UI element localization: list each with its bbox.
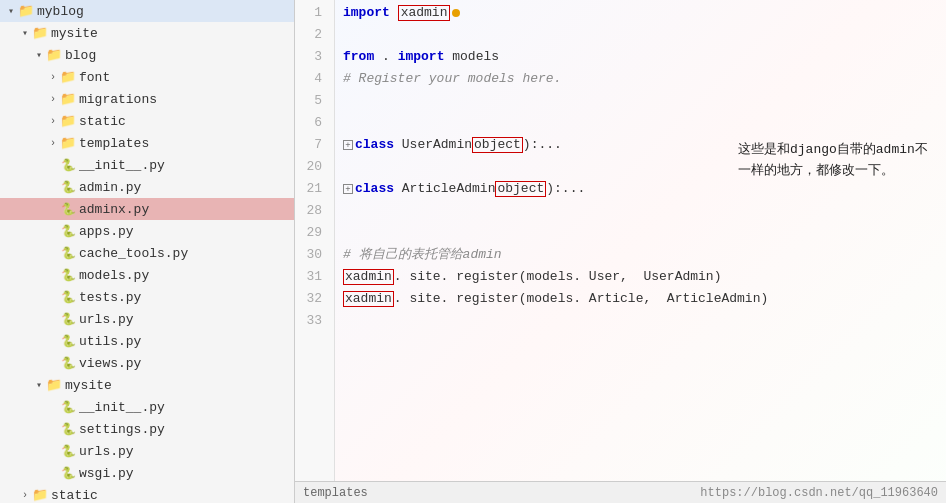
keyword-import2: import — [398, 46, 445, 68]
highlighted-xadmin2: xadmin — [343, 269, 394, 285]
line-number: 6 — [295, 112, 328, 134]
tree-item-myblog[interactable]: ▾ 📁 myblog — [0, 0, 294, 22]
tree-item-wsgi[interactable]: › 🐍 wsgi.py — [0, 462, 294, 484]
tree-item-mysite[interactable]: ▾ 📁 mysite — [0, 22, 294, 44]
file-icon: 🐍 — [60, 223, 76, 239]
item-label: urls.py — [79, 444, 134, 459]
item-label: wsgi.py — [79, 466, 134, 481]
code-line-2 — [343, 24, 946, 46]
folder-icon: 📁 — [60, 91, 76, 107]
tree-item-blog[interactable]: ▾ 📁 blog — [0, 44, 294, 66]
file-icon: 🐍 — [60, 179, 76, 195]
tree-item-static[interactable]: › 📁 static — [0, 110, 294, 132]
tree-item-templates[interactable]: › 📁 templates — [0, 132, 294, 154]
item-label: urls.py — [79, 312, 134, 327]
file-icon: 🐍 — [60, 245, 76, 261]
file-icon: 🐍 — [60, 157, 76, 173]
tree-item-cache-tools[interactable]: › 🐍 cache_tools.py — [0, 242, 294, 264]
tree-item-apps[interactable]: › 🐍 apps.py — [0, 220, 294, 242]
code-line-4: # Register your models here. — [343, 68, 946, 90]
code-line-32: xadmin . site. register(models. Article,… — [343, 288, 946, 310]
breakpoint-dot — [452, 9, 460, 17]
arrow-icon: › — [46, 116, 60, 127]
spacer: › — [46, 336, 60, 347]
spacer: › — [46, 424, 60, 435]
code-content: import xadmin from . import models # Reg… — [335, 0, 946, 503]
tree-item-views[interactable]: › 🐍 views.py — [0, 352, 294, 374]
tree-item-models[interactable]: › 🐍 models.py — [0, 264, 294, 286]
spacer: › — [46, 468, 60, 479]
file-icon: 🐍 — [60, 289, 76, 305]
arrow-icon: ▾ — [32, 49, 46, 61]
item-label: static — [51, 488, 98, 503]
tree-item-urls2[interactable]: › 🐍 urls.py — [0, 440, 294, 462]
tree-item-font[interactable]: › 📁 font — [0, 66, 294, 88]
line-number: 5 — [295, 90, 328, 112]
spacer: › — [46, 160, 60, 171]
code-line-28 — [343, 200, 946, 222]
code-text: ):... — [523, 134, 562, 156]
code-annotation: 这些是和django自带的admin不一样的地方，都修改一下。 — [738, 140, 938, 182]
file-tree[interactable]: ▾ 📁 myblog ▾ 📁 mysite ▾ 📁 blog › 📁 font … — [0, 0, 295, 503]
line-number: 2 — [295, 24, 328, 46]
tree-item-admin[interactable]: › 🐍 admin.py — [0, 176, 294, 198]
folder-icon: 📁 — [46, 377, 62, 393]
code-line-30: # 将自己的表托管给admin — [343, 244, 946, 266]
item-label: cache_tools.py — [79, 246, 188, 261]
folder-icon: 📁 — [60, 113, 76, 129]
highlighted-xadmin3: xadmin — [343, 291, 394, 307]
code-text: . site. register(models. User, UserAdmin… — [394, 266, 722, 288]
item-label: myblog — [37, 4, 84, 19]
line-number: 30 — [295, 244, 328, 266]
arrow-icon: › — [46, 138, 60, 149]
item-label: blog — [65, 48, 96, 63]
item-label: mysite — [65, 378, 112, 393]
line-number: 32 — [295, 288, 328, 310]
folder-icon: 📁 — [60, 69, 76, 85]
tree-item-settings[interactable]: › 🐍 settings.py — [0, 418, 294, 440]
expand-icon: + — [343, 184, 353, 194]
item-label: static — [79, 114, 126, 129]
file-icon: 🐍 — [60, 333, 76, 349]
tree-item-migrations[interactable]: › 📁 migrations — [0, 88, 294, 110]
comment: # Register your models here. — [343, 68, 561, 90]
code-line-3: from . import models — [343, 46, 946, 68]
file-icon: 🐍 — [60, 201, 76, 217]
tree-item-init[interactable]: › 🐍 __init__.py — [0, 154, 294, 176]
arrow-icon: ▾ — [4, 5, 18, 17]
tree-item-urls[interactable]: › 🐍 urls.py — [0, 308, 294, 330]
item-label: __init__.py — [79, 400, 165, 415]
spacer: › — [46, 358, 60, 369]
line-number: 4 — [295, 68, 328, 90]
tree-item-utils[interactable]: › 🐍 utils.py — [0, 330, 294, 352]
arrow-icon: ▾ — [32, 379, 46, 391]
spacer: › — [46, 182, 60, 193]
code-line-29 — [343, 222, 946, 244]
line-number: 33 — [295, 310, 328, 332]
highlighted-xadmin: xadmin — [398, 5, 451, 21]
keyword-import: import — [343, 2, 390, 24]
tree-item-static2[interactable]: › 📁 static — [0, 484, 294, 503]
arrow-icon: › — [46, 94, 60, 105]
line-numbers: 1 2 3 4 5 6 7 20 21 28 29 30 31 32 33 — [295, 0, 335, 503]
line-number: 7 — [295, 134, 328, 156]
line-number: 1 — [295, 2, 328, 24]
file-icon: 🐍 — [60, 399, 76, 415]
spacer: › — [46, 292, 60, 303]
expand-icon: + — [343, 140, 353, 150]
item-label: admin.py — [79, 180, 141, 195]
tree-item-mysite2[interactable]: ▾ 📁 mysite — [0, 374, 294, 396]
item-label: views.py — [79, 356, 141, 371]
comment-cn: # 将自己的表托管给admin — [343, 244, 502, 266]
code-line-33 — [343, 310, 946, 332]
tree-item-init2[interactable]: › 🐍 __init__.py — [0, 396, 294, 418]
code-editor: 1 2 3 4 5 6 7 20 21 28 29 30 31 32 33 im… — [295, 0, 946, 503]
arrow-icon: › — [46, 72, 60, 83]
status-left: templates — [303, 486, 700, 500]
code-text: . site. register(models. Article, Articl… — [394, 288, 768, 310]
tree-item-adminx[interactable]: › 🐍 adminx.py — [0, 198, 294, 220]
line-number: 29 — [295, 222, 328, 244]
item-label: templates — [79, 136, 149, 151]
tree-item-tests[interactable]: › 🐍 tests.py — [0, 286, 294, 308]
arrow-icon: ▾ — [18, 27, 32, 39]
